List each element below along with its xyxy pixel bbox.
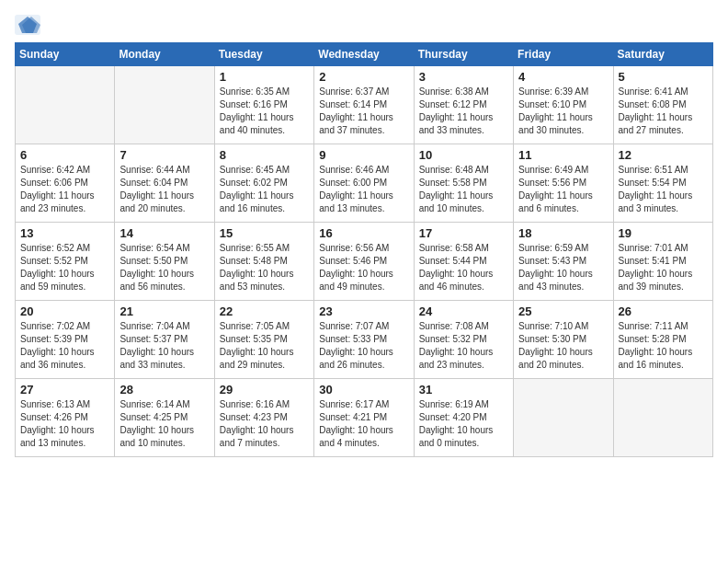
day-number: 24	[419, 304, 508, 318]
day-info: Sunrise: 6:39 AM Sunset: 6:10 PM Dayligh…	[518, 86, 608, 137]
day-number: 6	[20, 148, 109, 162]
header-tuesday: Tuesday	[214, 43, 313, 66]
day-number: 18	[518, 226, 608, 240]
day-number: 30	[319, 383, 408, 396]
day-cell: 1Sunrise: 6:35 AM Sunset: 6:16 PM Daylig…	[214, 66, 313, 144]
day-cell: 16Sunrise: 6:56 AM Sunset: 5:46 PM Dayli…	[314, 223, 414, 301]
header-saturday: Saturday	[613, 43, 712, 66]
day-cell: 25Sunrise: 7:10 AM Sunset: 5:30 PM Dayli…	[514, 301, 613, 379]
day-cell	[514, 379, 613, 457]
day-number: 12	[619, 148, 708, 162]
day-cell	[16, 66, 115, 144]
day-info: Sunrise: 6:48 AM Sunset: 5:58 PM Dayligh…	[419, 164, 508, 215]
day-number: 5	[619, 70, 708, 84]
day-cell	[115, 66, 214, 144]
day-cell: 20Sunrise: 7:02 AM Sunset: 5:39 PM Dayli…	[16, 301, 115, 379]
logo	[15, 15, 44, 35]
week-row-4: 20Sunrise: 7:02 AM Sunset: 5:39 PM Dayli…	[16, 301, 713, 379]
day-info: Sunrise: 6:14 AM Sunset: 4:25 PM Dayligh…	[119, 398, 209, 450]
day-info: Sunrise: 6:17 AM Sunset: 4:21 PM Dayligh…	[319, 398, 408, 450]
day-cell: 6Sunrise: 6:42 AM Sunset: 6:06 PM Daylig…	[16, 144, 115, 223]
day-cell: 29Sunrise: 6:16 AM Sunset: 4:23 PM Dayli…	[214, 379, 313, 457]
page-header	[15, 15, 713, 35]
day-cell: 10Sunrise: 6:48 AM Sunset: 5:58 PM Dayli…	[414, 144, 513, 223]
day-info: Sunrise: 6:49 AM Sunset: 5:56 PM Dayligh…	[518, 164, 608, 215]
day-info: Sunrise: 6:35 AM Sunset: 6:16 PM Dayligh…	[220, 86, 309, 137]
day-info: Sunrise: 7:10 AM Sunset: 5:30 PM Dayligh…	[518, 320, 608, 372]
day-info: Sunrise: 7:01 AM Sunset: 5:41 PM Dayligh…	[619, 242, 708, 293]
day-number: 17	[419, 226, 508, 240]
day-info: Sunrise: 6:54 AM Sunset: 5:50 PM Dayligh…	[119, 242, 209, 293]
day-info: Sunrise: 6:13 AM Sunset: 4:26 PM Dayligh…	[20, 398, 109, 450]
day-info: Sunrise: 7:05 AM Sunset: 5:35 PM Dayligh…	[220, 320, 309, 372]
header-sunday: Sunday	[16, 43, 115, 66]
day-cell: 14Sunrise: 6:54 AM Sunset: 5:50 PM Dayli…	[115, 223, 214, 301]
day-info: Sunrise: 6:44 AM Sunset: 6:04 PM Dayligh…	[119, 164, 209, 215]
day-cell: 18Sunrise: 6:59 AM Sunset: 5:43 PM Dayli…	[514, 223, 613, 301]
day-cell: 24Sunrise: 7:08 AM Sunset: 5:32 PM Dayli…	[414, 301, 513, 379]
header-thursday: Thursday	[414, 43, 513, 66]
day-cell: 2Sunrise: 6:37 AM Sunset: 6:14 PM Daylig…	[314, 66, 414, 144]
day-cell: 28Sunrise: 6:14 AM Sunset: 4:25 PM Dayli…	[115, 379, 214, 457]
day-cell: 4Sunrise: 6:39 AM Sunset: 6:10 PM Daylig…	[514, 66, 613, 144]
day-info: Sunrise: 6:38 AM Sunset: 6:12 PM Dayligh…	[419, 86, 508, 137]
day-cell: 22Sunrise: 7:05 AM Sunset: 5:35 PM Dayli…	[214, 301, 313, 379]
day-number: 16	[319, 226, 408, 240]
day-info: Sunrise: 7:11 AM Sunset: 5:28 PM Dayligh…	[619, 320, 708, 372]
day-number: 4	[518, 70, 608, 84]
day-cell: 12Sunrise: 6:51 AM Sunset: 5:54 PM Dayli…	[613, 144, 712, 223]
day-info: Sunrise: 6:56 AM Sunset: 5:46 PM Dayligh…	[319, 242, 408, 293]
day-number: 9	[319, 148, 408, 162]
day-info: Sunrise: 7:02 AM Sunset: 5:39 PM Dayligh…	[20, 320, 109, 372]
day-number: 28	[119, 383, 209, 396]
day-info: Sunrise: 7:04 AM Sunset: 5:37 PM Dayligh…	[119, 320, 209, 372]
day-info: Sunrise: 6:55 AM Sunset: 5:48 PM Dayligh…	[220, 242, 309, 293]
day-number: 21	[119, 304, 209, 318]
day-cell: 30Sunrise: 6:17 AM Sunset: 4:21 PM Dayli…	[314, 379, 414, 457]
day-info: Sunrise: 6:45 AM Sunset: 6:02 PM Dayligh…	[220, 164, 309, 215]
day-info: Sunrise: 6:51 AM Sunset: 5:54 PM Dayligh…	[619, 164, 708, 215]
week-row-3: 13Sunrise: 6:52 AM Sunset: 5:52 PM Dayli…	[16, 223, 713, 301]
day-info: Sunrise: 6:52 AM Sunset: 5:52 PM Dayligh…	[20, 242, 109, 293]
day-number: 10	[419, 148, 508, 162]
calendar-table: SundayMondayTuesdayWednesdayThursdayFrid…	[15, 42, 713, 457]
week-row-1: 1Sunrise: 6:35 AM Sunset: 6:16 PM Daylig…	[16, 66, 713, 144]
day-cell: 8Sunrise: 6:45 AM Sunset: 6:02 PM Daylig…	[214, 144, 313, 223]
week-row-2: 6Sunrise: 6:42 AM Sunset: 6:06 PM Daylig…	[16, 144, 713, 223]
day-cell: 21Sunrise: 7:04 AM Sunset: 5:37 PM Dayli…	[115, 301, 214, 379]
day-number: 26	[619, 304, 708, 318]
day-info: Sunrise: 6:59 AM Sunset: 5:43 PM Dayligh…	[518, 242, 608, 293]
day-number: 11	[518, 148, 608, 162]
day-number: 19	[619, 226, 708, 240]
day-info: Sunrise: 6:41 AM Sunset: 6:08 PM Dayligh…	[619, 86, 708, 137]
day-cell: 17Sunrise: 6:58 AM Sunset: 5:44 PM Dayli…	[414, 223, 513, 301]
day-cell: 7Sunrise: 6:44 AM Sunset: 6:04 PM Daylig…	[115, 144, 214, 223]
day-cell: 11Sunrise: 6:49 AM Sunset: 5:56 PM Dayli…	[514, 144, 613, 223]
day-cell: 5Sunrise: 6:41 AM Sunset: 6:08 PM Daylig…	[613, 66, 712, 144]
header-row: SundayMondayTuesdayWednesdayThursdayFrid…	[16, 43, 713, 66]
day-info: Sunrise: 6:42 AM Sunset: 6:06 PM Dayligh…	[20, 164, 109, 215]
day-number: 25	[518, 304, 608, 318]
day-number: 8	[220, 148, 309, 162]
day-number: 14	[119, 226, 209, 240]
header-monday: Monday	[115, 43, 214, 66]
day-number: 29	[220, 383, 309, 396]
day-cell: 31Sunrise: 6:19 AM Sunset: 4:20 PM Dayli…	[414, 379, 513, 457]
day-cell: 27Sunrise: 6:13 AM Sunset: 4:26 PM Dayli…	[16, 379, 115, 457]
day-number: 27	[20, 383, 109, 396]
day-cell: 13Sunrise: 6:52 AM Sunset: 5:52 PM Dayli…	[16, 223, 115, 301]
day-number: 23	[319, 304, 408, 318]
day-cell: 3Sunrise: 6:38 AM Sunset: 6:12 PM Daylig…	[414, 66, 513, 144]
day-info: Sunrise: 6:16 AM Sunset: 4:23 PM Dayligh…	[220, 398, 309, 450]
day-cell: 19Sunrise: 7:01 AM Sunset: 5:41 PM Dayli…	[613, 223, 712, 301]
day-info: Sunrise: 6:58 AM Sunset: 5:44 PM Dayligh…	[419, 242, 508, 293]
day-number: 2	[319, 70, 408, 84]
day-number: 15	[220, 226, 309, 240]
day-info: Sunrise: 6:37 AM Sunset: 6:14 PM Dayligh…	[319, 86, 408, 137]
day-info: Sunrise: 7:08 AM Sunset: 5:32 PM Dayligh…	[419, 320, 508, 372]
day-info: Sunrise: 7:07 AM Sunset: 5:33 PM Dayligh…	[319, 320, 408, 372]
day-number: 3	[419, 70, 508, 84]
day-number: 13	[20, 226, 109, 240]
day-cell: 23Sunrise: 7:07 AM Sunset: 5:33 PM Dayli…	[314, 301, 414, 379]
week-row-5: 27Sunrise: 6:13 AM Sunset: 4:26 PM Dayli…	[16, 379, 713, 457]
